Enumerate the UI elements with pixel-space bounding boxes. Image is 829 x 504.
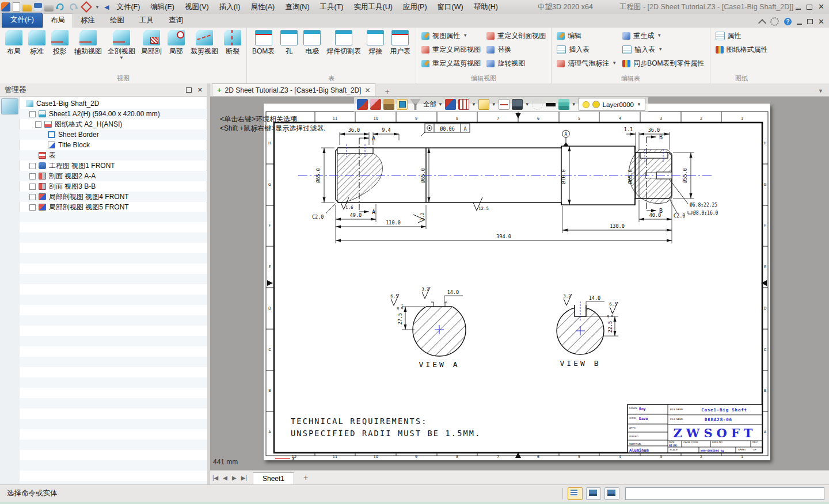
electrode-table-button[interactable]: 电极 (301, 29, 324, 57)
checkbox[interactable] (29, 173, 36, 180)
grid-icon[interactable] (458, 99, 469, 110)
add-sheet-button[interactable]: + (300, 473, 311, 482)
new-tab-button[interactable]: + (381, 87, 393, 96)
tab-inquire[interactable]: 查询 (161, 14, 191, 28)
menu-window[interactable]: 窗口(W) (432, 0, 469, 14)
layers-caret-icon[interactable]: ▼ (572, 102, 576, 107)
exit-back-icon[interactable] (357, 99, 368, 110)
quick-access-caret-icon[interactable]: ▼ (95, 5, 100, 10)
prev-sheet-icon[interactable]: ◀ (220, 475, 230, 481)
open-file-icon[interactable] (22, 5, 32, 12)
rotate-view-button[interactable]: 旋转视图 (484, 56, 549, 70)
close-window-icon[interactable]: ✕ (818, 4, 824, 10)
standard-view-button[interactable]: 标准 (25, 29, 48, 57)
tab-list-chevron-icon[interactable]: ▼ (818, 88, 829, 96)
hole-table-button[interactable]: 孔 (277, 29, 301, 57)
tree-item-sheet-border[interactable]: Sheet Border (20, 129, 207, 140)
menu-applications[interactable]: 应用(P) (398, 0, 432, 14)
tree-item-view5[interactable]: 局部剖视图 视图5 FRONT (20, 202, 207, 212)
brush-icon[interactable] (383, 99, 394, 110)
auxiliary-view-button[interactable]: 辅助视图 (71, 29, 105, 57)
print-icon[interactable] (44, 5, 54, 12)
tree-item-view2[interactable]: 剖面 视图2 A-A (20, 171, 207, 181)
erase-icon[interactable] (370, 99, 381, 110)
save-icon[interactable] (34, 3, 42, 11)
tab-close-icon[interactable]: ✕ (364, 86, 370, 94)
tab-tools[interactable]: 工具 (132, 14, 161, 28)
monitor-display-icon[interactable] (586, 487, 601, 500)
display-mode-icon[interactable] (512, 99, 523, 110)
document-tab[interactable]: + 2D Sheet Tutorial.Z3 - [Case1-Big Shaf… (212, 83, 375, 96)
grid-caret-icon[interactable]: ▼ (471, 102, 476, 107)
tab-layout[interactable]: 布局 (43, 13, 73, 28)
filter-icon[interactable] (410, 99, 421, 110)
minimize-window-icon[interactable] (796, 4, 801, 10)
break-view-button[interactable]: 断裂 (221, 29, 244, 57)
next-sheet-icon[interactable]: ▶ (230, 475, 239, 481)
checkbox[interactable] (35, 121, 41, 128)
tab-drawing[interactable]: 绘图 (102, 14, 132, 28)
shaded-display-icon[interactable] (397, 99, 408, 110)
redefine-detail-view-button[interactable]: 重定义局部视图 (419, 43, 484, 56)
doc-close-icon[interactable]: ✕ (818, 19, 824, 25)
last-sheet-icon[interactable]: ▶| (239, 475, 249, 481)
selection-circle-icon[interactable] (532, 99, 543, 110)
sheet-attributes-button[interactable]: 属性 (713, 29, 771, 43)
undo-icon[interactable] (56, 2, 66, 12)
sheet-caret-icon[interactable]: ▼ (492, 102, 496, 107)
layer-dropdown[interactable]: Layer0000 ▼ (579, 98, 645, 111)
tree-item-sheet1[interactable]: Sheet1 A2(H) (594.00 x 420.00 mm) (20, 109, 207, 119)
detail-view-button[interactable]: 局部 (165, 29, 188, 57)
command-list-icon[interactable] (604, 487, 619, 500)
full-section-button[interactable]: 全剖视图▼ (105, 29, 138, 60)
redefine-section-view-button[interactable]: 重定义剖面视图 (484, 29, 549, 43)
weldment-cutlist-button[interactable]: 焊件切割表 (324, 29, 364, 57)
doc-restore-icon[interactable] (807, 19, 813, 24)
sheet-format-attributes-button[interactable]: 图纸格式属性 (713, 43, 771, 56)
tree-item-sheet-format[interactable]: 图纸格式 A2_H(ANSI) (20, 119, 207, 129)
manager-close-icon[interactable]: ✕ (197, 87, 203, 93)
local-section-button[interactable]: 局部剖 (138, 29, 165, 57)
refresh-icon[interactable] (81, 1, 92, 13)
menu-edit[interactable]: 编辑(E) (145, 0, 180, 14)
menu-attributes[interactable]: 属性(A) (246, 0, 280, 14)
user-table-button[interactable]: 用户表 (387, 29, 413, 57)
tree-item-title-block[interactable]: Title Block (20, 140, 207, 150)
menu-inquire[interactable]: 查询(N) (280, 0, 314, 14)
checkbox[interactable] (29, 194, 36, 200)
replace-button[interactable]: 替换 (484, 43, 549, 56)
menu-insert[interactable]: 插入(I) (214, 0, 246, 14)
checkbox[interactable] (29, 111, 36, 117)
sheet-view-icon[interactable] (478, 99, 489, 110)
manager-float-icon[interactable] (186, 87, 192, 93)
bom-table-button[interactable]: BOM表 (249, 29, 277, 57)
clean-balloon-button[interactable]: 清理气泡标注▼ (554, 56, 619, 70)
display-caret-icon[interactable]: ▼ (525, 102, 530, 107)
import-table-button[interactable]: 输入表▼ (619, 43, 707, 56)
drawing-canvas[interactable]: 121110987654321 121110987654321 HGFEDCBA… (210, 97, 829, 470)
edit-table-button[interactable]: 编辑 (554, 29, 619, 43)
insert-table-button[interactable]: 插入表 (554, 43, 619, 56)
file-menu-button[interactable]: 文件(F) (2, 13, 43, 28)
first-sheet-icon[interactable]: |◀ (210, 475, 220, 481)
checkbox[interactable] (29, 184, 36, 190)
crop-view-button[interactable]: 裁剪视图 (188, 29, 221, 57)
menu-tools[interactable]: 工具(T) (315, 0, 349, 14)
layer-visibility-icon[interactable] (583, 101, 590, 108)
menu-help[interactable]: 帮助(H) (469, 0, 503, 14)
tree-item-view3[interactable]: 剖面 视图3 B-B (20, 181, 207, 192)
tree-item-root[interactable]: Case1-Big Shaft_2D (20, 98, 207, 109)
tree-item-view4[interactable]: 局部剖视图 视图4 FRONT (20, 192, 207, 202)
manager-tab-icon[interactable] (1, 98, 18, 114)
menu-view[interactable]: 视图(V) (180, 0, 214, 14)
filter-all-dropdown[interactable]: 全部▼ (423, 100, 443, 109)
menu-file[interactable]: 文件(F) (111, 0, 145, 14)
layers-icon[interactable] (558, 99, 569, 110)
restore-window-icon[interactable] (807, 5, 812, 10)
menu-utilities[interactable]: 实用工具(U) (349, 0, 398, 14)
tree-item-view1[interactable]: 工程图 视图1 FRONT (20, 161, 207, 171)
collapse-menu-icon[interactable]: ◀ (104, 3, 109, 11)
widget-toolbar-icon[interactable] (568, 487, 583, 500)
welding-table-button[interactable]: 焊接 (364, 29, 387, 57)
checkbox[interactable] (29, 163, 36, 169)
